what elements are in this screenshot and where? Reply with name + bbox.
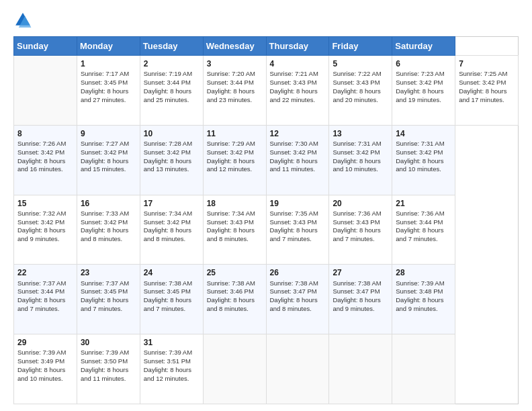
day-number: 20 <box>332 198 388 209</box>
sunset-time: Sunset: 3:50 PM <box>81 357 128 365</box>
sunrise-time: Sunrise: 7:31 AM <box>332 140 381 147</box>
sunset-time: Sunset: 3:45 PM <box>81 287 128 295</box>
day-number: 15 <box>17 198 73 209</box>
sunset-time: Sunset: 3:43 PM <box>270 218 317 226</box>
calendar-week-row: 15Sunrise: 7:32 AMSunset: 3:42 PMDayligh… <box>14 195 519 265</box>
sunset-time: Sunset: 3:44 PM <box>144 79 191 86</box>
sunset-time: Sunset: 3:51 PM <box>144 357 191 365</box>
sunset-time: Sunset: 3:42 PM <box>17 148 64 156</box>
day-number: 18 <box>207 198 263 209</box>
day-number: 11 <box>207 128 263 139</box>
col-header-tuesday: Tuesday <box>140 37 203 56</box>
day-number: 30 <box>81 337 136 348</box>
sunset-time: Sunset: 3:49 PM <box>17 357 64 365</box>
calendar-cell: 17Sunrise: 7:34 AMSunset: 3:42 PMDayligh… <box>140 195 203 265</box>
col-header-monday: Monday <box>77 37 140 56</box>
day-number: 9 <box>81 128 136 139</box>
sunrise-time: Sunrise: 7:34 AM <box>144 210 192 217</box>
day-number: 23 <box>81 267 136 278</box>
sunrise-time: Sunrise: 7:38 AM <box>332 279 381 287</box>
sunrise-time: Sunrise: 7:36 AM <box>332 210 381 217</box>
calendar-cell: 5Sunrise: 7:22 AMSunset: 3:43 PMDaylight… <box>329 56 392 126</box>
daylight-hours: Daylight: 8 hours and 10 minutes. <box>396 157 443 173</box>
calendar-cell <box>266 334 329 404</box>
sunrise-time: Sunrise: 7:28 AM <box>144 140 192 147</box>
col-header-sunday: Sunday <box>14 37 77 56</box>
sunset-time: Sunset: 3:43 PM <box>332 79 380 86</box>
daylight-hours: Daylight: 8 hours and 7 minutes. <box>332 226 380 242</box>
day-number: 31 <box>144 337 200 348</box>
sunset-time: Sunset: 3:42 PM <box>144 148 191 156</box>
daylight-hours: Daylight: 8 hours and 9 minutes. <box>396 296 443 312</box>
daylight-hours: Daylight: 8 hours and 12 minutes. <box>207 157 255 173</box>
sunrise-time: Sunrise: 7:39 AM <box>396 279 444 287</box>
calendar-header-row: SundayMondayTuesdayWednesdayThursdayFrid… <box>14 37 519 56</box>
day-number: 5 <box>332 58 388 69</box>
calendar-cell: 31Sunrise: 7:39 AMSunset: 3:51 PMDayligh… <box>140 334 203 404</box>
daylight-hours: Daylight: 8 hours and 23 minutes. <box>207 87 255 103</box>
calendar-cell: 24Sunrise: 7:38 AMSunset: 3:45 PMDayligh… <box>140 265 203 334</box>
sunrise-time: Sunrise: 7:39 AM <box>81 349 129 356</box>
daylight-hours: Daylight: 8 hours and 15 minutes. <box>81 157 128 173</box>
calendar-cell: 14Sunrise: 7:31 AMSunset: 3:42 PMDayligh… <box>392 125 455 195</box>
calendar-cell: 1Sunrise: 7:17 AMSunset: 3:45 PMDaylight… <box>77 56 140 126</box>
sunset-time: Sunset: 3:42 PM <box>144 218 191 226</box>
daylight-hours: Daylight: 8 hours and 8 minutes. <box>270 296 318 312</box>
day-number: 14 <box>396 128 451 139</box>
calendar-cell: 21Sunrise: 7:36 AMSunset: 3:44 PMDayligh… <box>392 195 455 265</box>
calendar-cell: 11Sunrise: 7:29 AMSunset: 3:42 PMDayligh… <box>203 125 266 195</box>
day-number: 26 <box>270 267 326 278</box>
calendar-cell: 13Sunrise: 7:31 AMSunset: 3:42 PMDayligh… <box>329 125 392 195</box>
sunrise-time: Sunrise: 7:30 AM <box>270 140 318 147</box>
day-number: 19 <box>270 198 326 209</box>
sunset-time: Sunset: 3:48 PM <box>396 287 443 295</box>
sunrise-time: Sunrise: 7:23 AM <box>396 70 444 77</box>
daylight-hours: Daylight: 8 hours and 27 minutes. <box>81 87 128 103</box>
daylight-hours: Daylight: 8 hours and 12 minutes. <box>144 366 191 382</box>
calendar-cell <box>392 334 455 404</box>
col-header-wednesday: Wednesday <box>203 37 266 56</box>
calendar-cell: 29Sunrise: 7:39 AMSunset: 3:49 PMDayligh… <box>14 334 77 404</box>
sunset-time: Sunset: 3:42 PM <box>17 218 64 226</box>
daylight-hours: Daylight: 8 hours and 8 minutes. <box>207 296 255 312</box>
daylight-hours: Daylight: 8 hours and 19 minutes. <box>396 87 443 103</box>
sunrise-time: Sunrise: 7:38 AM <box>207 279 255 287</box>
daylight-hours: Daylight: 8 hours and 20 minutes. <box>332 87 380 103</box>
sunrise-time: Sunrise: 7:34 AM <box>207 210 255 217</box>
sunset-time: Sunset: 3:46 PM <box>207 287 254 295</box>
calendar-cell: 18Sunrise: 7:34 AMSunset: 3:43 PMDayligh… <box>203 195 266 265</box>
daylight-hours: Daylight: 8 hours and 22 minutes. <box>270 87 318 103</box>
calendar-cell: 26Sunrise: 7:38 AMSunset: 3:47 PMDayligh… <box>266 265 329 334</box>
calendar-cell <box>329 334 392 404</box>
day-number: 25 <box>207 267 263 278</box>
sunrise-time: Sunrise: 7:26 AM <box>17 140 66 147</box>
col-header-friday: Friday <box>329 37 392 56</box>
calendar-week-row: 22Sunrise: 7:37 AMSunset: 3:44 PMDayligh… <box>14 265 519 334</box>
daylight-hours: Daylight: 8 hours and 11 minutes. <box>81 366 128 382</box>
day-number: 24 <box>144 267 200 278</box>
day-number: 6 <box>396 58 451 69</box>
daylight-hours: Daylight: 8 hours and 10 minutes. <box>332 157 380 173</box>
day-number: 10 <box>144 128 200 139</box>
day-number: 4 <box>270 58 326 69</box>
daylight-hours: Daylight: 8 hours and 10 minutes. <box>17 366 65 382</box>
col-header-thursday: Thursday <box>266 37 329 56</box>
daylight-hours: Daylight: 8 hours and 7 minutes. <box>396 226 443 242</box>
sunrise-time: Sunrise: 7:37 AM <box>81 279 129 287</box>
sunrise-time: Sunrise: 7:33 AM <box>81 210 129 217</box>
sunset-time: Sunset: 3:42 PM <box>396 79 443 86</box>
sunrise-time: Sunrise: 7:39 AM <box>144 349 192 356</box>
daylight-hours: Daylight: 8 hours and 7 minutes. <box>270 226 318 242</box>
sunset-time: Sunset: 3:45 PM <box>144 287 191 295</box>
calendar-cell: 6Sunrise: 7:23 AMSunset: 3:42 PMDaylight… <box>392 56 455 126</box>
day-number: 16 <box>81 198 136 209</box>
calendar-cell: 22Sunrise: 7:37 AMSunset: 3:44 PMDayligh… <box>14 265 77 334</box>
day-number: 13 <box>332 128 388 139</box>
sunrise-time: Sunrise: 7:21 AM <box>270 70 318 77</box>
calendar-week-row: 1Sunrise: 7:17 AMSunset: 3:45 PMDaylight… <box>14 56 519 126</box>
calendar-cell: 9Sunrise: 7:27 AMSunset: 3:42 PMDaylight… <box>77 125 140 195</box>
sunrise-time: Sunrise: 7:37 AM <box>17 279 66 287</box>
logo-icon <box>13 11 32 30</box>
day-number: 12 <box>270 128 326 139</box>
sunset-time: Sunset: 3:44 PM <box>396 218 443 226</box>
